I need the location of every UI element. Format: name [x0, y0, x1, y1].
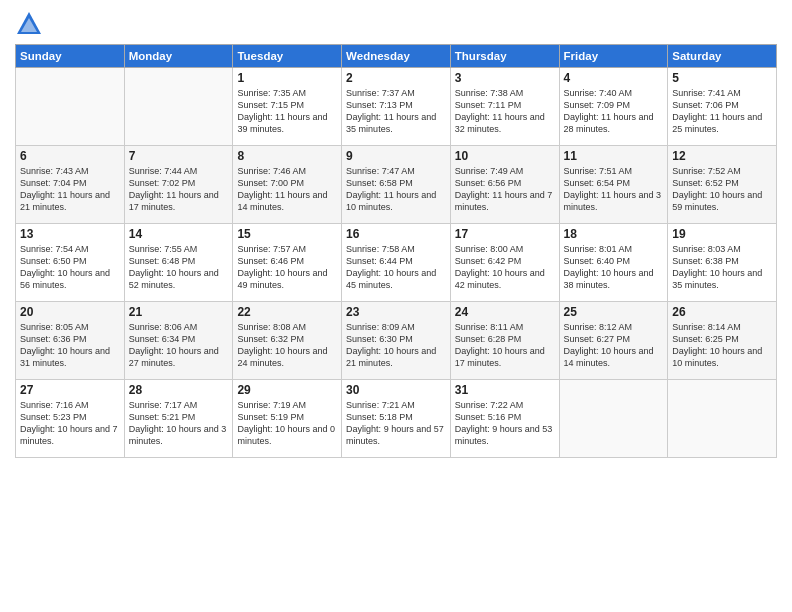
day-number: 9: [346, 149, 446, 163]
calendar-cell: 22Sunrise: 8:08 AM Sunset: 6:32 PM Dayli…: [233, 302, 342, 380]
calendar-cell: 29Sunrise: 7:19 AM Sunset: 5:19 PM Dayli…: [233, 380, 342, 458]
day-info: Sunrise: 7:44 AM Sunset: 7:02 PM Dayligh…: [129, 165, 229, 214]
day-info: Sunrise: 7:43 AM Sunset: 7:04 PM Dayligh…: [20, 165, 120, 214]
calendar-cell: 21Sunrise: 8:06 AM Sunset: 6:34 PM Dayli…: [124, 302, 233, 380]
day-number: 7: [129, 149, 229, 163]
day-of-week-header: Wednesday: [342, 45, 451, 68]
logo-icon: [15, 10, 43, 38]
calendar-cell: 7Sunrise: 7:44 AM Sunset: 7:02 PM Daylig…: [124, 146, 233, 224]
day-info: Sunrise: 7:35 AM Sunset: 7:15 PM Dayligh…: [237, 87, 337, 136]
calendar-table: SundayMondayTuesdayWednesdayThursdayFrid…: [15, 44, 777, 458]
calendar-week-row: 27Sunrise: 7:16 AM Sunset: 5:23 PM Dayli…: [16, 380, 777, 458]
day-number: 25: [564, 305, 664, 319]
day-number: 4: [564, 71, 664, 85]
day-number: 15: [237, 227, 337, 241]
day-number: 29: [237, 383, 337, 397]
day-number: 5: [672, 71, 772, 85]
calendar-cell: 17Sunrise: 8:00 AM Sunset: 6:42 PM Dayli…: [450, 224, 559, 302]
calendar-cell: 10Sunrise: 7:49 AM Sunset: 6:56 PM Dayli…: [450, 146, 559, 224]
day-info: Sunrise: 7:17 AM Sunset: 5:21 PM Dayligh…: [129, 399, 229, 448]
day-info: Sunrise: 7:55 AM Sunset: 6:48 PM Dayligh…: [129, 243, 229, 292]
day-info: Sunrise: 8:01 AM Sunset: 6:40 PM Dayligh…: [564, 243, 664, 292]
calendar-week-row: 13Sunrise: 7:54 AM Sunset: 6:50 PM Dayli…: [16, 224, 777, 302]
calendar-cell: 26Sunrise: 8:14 AM Sunset: 6:25 PM Dayli…: [668, 302, 777, 380]
day-info: Sunrise: 8:00 AM Sunset: 6:42 PM Dayligh…: [455, 243, 555, 292]
calendar-cell: 8Sunrise: 7:46 AM Sunset: 7:00 PM Daylig…: [233, 146, 342, 224]
day-number: 10: [455, 149, 555, 163]
logo: [15, 10, 47, 38]
calendar-cell: 4Sunrise: 7:40 AM Sunset: 7:09 PM Daylig…: [559, 68, 668, 146]
day-info: Sunrise: 8:12 AM Sunset: 6:27 PM Dayligh…: [564, 321, 664, 370]
day-number: 11: [564, 149, 664, 163]
calendar-cell: 25Sunrise: 8:12 AM Sunset: 6:27 PM Dayli…: [559, 302, 668, 380]
day-number: 28: [129, 383, 229, 397]
day-info: Sunrise: 7:52 AM Sunset: 6:52 PM Dayligh…: [672, 165, 772, 214]
day-number: 13: [20, 227, 120, 241]
calendar-cell: [668, 380, 777, 458]
day-of-week-header: Saturday: [668, 45, 777, 68]
day-info: Sunrise: 7:21 AM Sunset: 5:18 PM Dayligh…: [346, 399, 446, 448]
day-info: Sunrise: 8:09 AM Sunset: 6:30 PM Dayligh…: [346, 321, 446, 370]
calendar-cell: 28Sunrise: 7:17 AM Sunset: 5:21 PM Dayli…: [124, 380, 233, 458]
day-number: 14: [129, 227, 229, 241]
calendar-cell: [124, 68, 233, 146]
calendar-cell: 15Sunrise: 7:57 AM Sunset: 6:46 PM Dayli…: [233, 224, 342, 302]
day-number: 3: [455, 71, 555, 85]
day-info: Sunrise: 7:22 AM Sunset: 5:16 PM Dayligh…: [455, 399, 555, 448]
calendar-cell: 23Sunrise: 8:09 AM Sunset: 6:30 PM Dayli…: [342, 302, 451, 380]
day-of-week-header: Thursday: [450, 45, 559, 68]
day-of-week-header: Tuesday: [233, 45, 342, 68]
calendar-cell: 5Sunrise: 7:41 AM Sunset: 7:06 PM Daylig…: [668, 68, 777, 146]
day-info: Sunrise: 7:16 AM Sunset: 5:23 PM Dayligh…: [20, 399, 120, 448]
calendar-header-row: SundayMondayTuesdayWednesdayThursdayFrid…: [16, 45, 777, 68]
day-number: 2: [346, 71, 446, 85]
day-info: Sunrise: 8:11 AM Sunset: 6:28 PM Dayligh…: [455, 321, 555, 370]
calendar-cell: 6Sunrise: 7:43 AM Sunset: 7:04 PM Daylig…: [16, 146, 125, 224]
day-number: 18: [564, 227, 664, 241]
calendar-cell: 27Sunrise: 7:16 AM Sunset: 5:23 PM Dayli…: [16, 380, 125, 458]
calendar-cell: 16Sunrise: 7:58 AM Sunset: 6:44 PM Dayli…: [342, 224, 451, 302]
calendar-cell: 19Sunrise: 8:03 AM Sunset: 6:38 PM Dayli…: [668, 224, 777, 302]
day-info: Sunrise: 7:58 AM Sunset: 6:44 PM Dayligh…: [346, 243, 446, 292]
day-number: 16: [346, 227, 446, 241]
calendar-cell: 18Sunrise: 8:01 AM Sunset: 6:40 PM Dayli…: [559, 224, 668, 302]
calendar-cell: [16, 68, 125, 146]
calendar-cell: 30Sunrise: 7:21 AM Sunset: 5:18 PM Dayli…: [342, 380, 451, 458]
day-number: 26: [672, 305, 772, 319]
day-number: 8: [237, 149, 337, 163]
calendar-cell: 14Sunrise: 7:55 AM Sunset: 6:48 PM Dayli…: [124, 224, 233, 302]
day-info: Sunrise: 7:51 AM Sunset: 6:54 PM Dayligh…: [564, 165, 664, 214]
day-of-week-header: Sunday: [16, 45, 125, 68]
day-info: Sunrise: 7:37 AM Sunset: 7:13 PM Dayligh…: [346, 87, 446, 136]
calendar-week-row: 6Sunrise: 7:43 AM Sunset: 7:04 PM Daylig…: [16, 146, 777, 224]
day-info: Sunrise: 7:47 AM Sunset: 6:58 PM Dayligh…: [346, 165, 446, 214]
day-number: 12: [672, 149, 772, 163]
day-info: Sunrise: 8:08 AM Sunset: 6:32 PM Dayligh…: [237, 321, 337, 370]
day-info: Sunrise: 7:46 AM Sunset: 7:00 PM Dayligh…: [237, 165, 337, 214]
calendar-body: 1Sunrise: 7:35 AM Sunset: 7:15 PM Daylig…: [16, 68, 777, 458]
day-number: 21: [129, 305, 229, 319]
calendar-cell: 11Sunrise: 7:51 AM Sunset: 6:54 PM Dayli…: [559, 146, 668, 224]
header: [15, 10, 777, 38]
day-info: Sunrise: 7:40 AM Sunset: 7:09 PM Dayligh…: [564, 87, 664, 136]
day-number: 31: [455, 383, 555, 397]
day-number: 24: [455, 305, 555, 319]
calendar-week-row: 1Sunrise: 7:35 AM Sunset: 7:15 PM Daylig…: [16, 68, 777, 146]
day-number: 1: [237, 71, 337, 85]
day-number: 19: [672, 227, 772, 241]
day-number: 30: [346, 383, 446, 397]
calendar-cell: [559, 380, 668, 458]
day-info: Sunrise: 8:14 AM Sunset: 6:25 PM Dayligh…: [672, 321, 772, 370]
day-number: 20: [20, 305, 120, 319]
day-info: Sunrise: 8:05 AM Sunset: 6:36 PM Dayligh…: [20, 321, 120, 370]
page: SundayMondayTuesdayWednesdayThursdayFrid…: [0, 0, 792, 612]
calendar-cell: 13Sunrise: 7:54 AM Sunset: 6:50 PM Dayli…: [16, 224, 125, 302]
calendar-cell: 20Sunrise: 8:05 AM Sunset: 6:36 PM Dayli…: [16, 302, 125, 380]
day-info: Sunrise: 8:03 AM Sunset: 6:38 PM Dayligh…: [672, 243, 772, 292]
calendar-cell: 3Sunrise: 7:38 AM Sunset: 7:11 PM Daylig…: [450, 68, 559, 146]
calendar-cell: 9Sunrise: 7:47 AM Sunset: 6:58 PM Daylig…: [342, 146, 451, 224]
day-info: Sunrise: 8:06 AM Sunset: 6:34 PM Dayligh…: [129, 321, 229, 370]
calendar-cell: 1Sunrise: 7:35 AM Sunset: 7:15 PM Daylig…: [233, 68, 342, 146]
day-info: Sunrise: 7:19 AM Sunset: 5:19 PM Dayligh…: [237, 399, 337, 448]
day-number: 27: [20, 383, 120, 397]
